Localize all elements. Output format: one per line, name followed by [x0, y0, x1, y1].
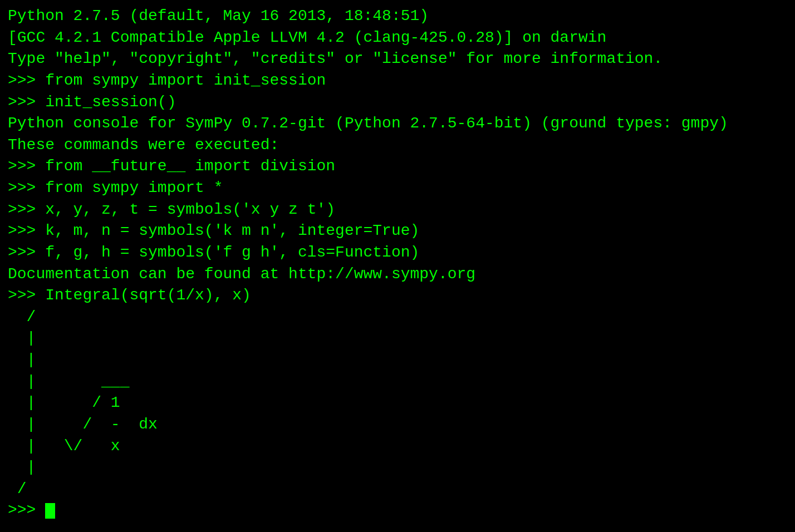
terminal-line: >>> k, m, n = symbols('k m n', integer=T… [8, 220, 787, 242]
terminal-line: >>> f, g, h = symbols('f g h', cls=Funct… [8, 242, 787, 264]
terminal-line: | / - dx [8, 414, 787, 436]
terminal-line: Python 2.7.5 (default, May 16 2013, 18:4… [8, 6, 787, 27]
terminal-line: >>> from sympy import * [8, 178, 787, 199]
terminal-line: | ___ [8, 371, 787, 393]
terminal-line: / [8, 307, 787, 328]
terminal-line: These commands were executed: [8, 135, 787, 156]
terminal-line: >>> Integral(sqrt(1/x), x) [8, 285, 787, 307]
terminal-line: | [8, 328, 787, 349]
terminal-line: | / 1 [8, 392, 787, 414]
terminal-line: [GCC 4.2.1 Compatible Apple LLVM 4.2 (cl… [8, 27, 787, 49]
terminal-line: Documentation can be found at http://www… [8, 264, 787, 285]
terminal-line: >>> x, y, z, t = symbols('x y z t') [8, 199, 787, 221]
terminal-line: >>> [8, 500, 787, 521]
terminal-cursor [45, 503, 55, 519]
terminal-line: | \/ x [8, 436, 787, 457]
terminal-line: Python console for SymPy 0.7.2-git (Pyth… [8, 113, 787, 135]
terminal-line: | [8, 349, 787, 371]
terminal-window[interactable]: Python 2.7.5 (default, May 16 2013, 18:4… [8, 6, 787, 526]
terminal-line: >>> init_session() [8, 92, 787, 114]
terminal-line: Type "help", "copyright", "credits" or "… [8, 48, 787, 70]
terminal-line: / [8, 479, 787, 500]
terminal-line: | [8, 457, 787, 479]
terminal-line: >>> from sympy import init_session [8, 70, 787, 92]
terminal-line: >>> from __future__ import division [8, 156, 787, 178]
